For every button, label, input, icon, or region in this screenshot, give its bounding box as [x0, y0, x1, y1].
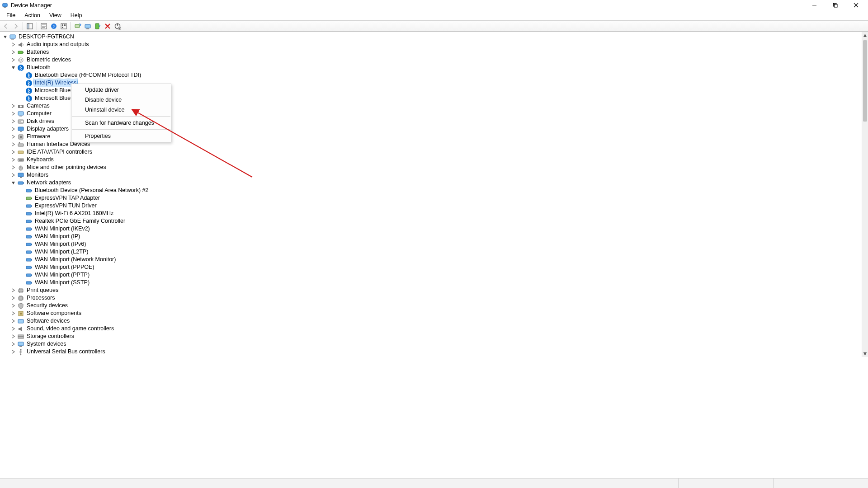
chevron-right-icon[interactable]	[10, 57, 16, 63]
tree-row-network-adapters[interactable]: Network adapters	[0, 179, 862, 187]
tree-row[interactable]: Keyboards	[0, 156, 862, 164]
close-button[interactable]	[845, 0, 866, 10]
tree-row[interactable]: Universal Serial Bus controllers	[0, 348, 862, 356]
svg-rect-77	[19, 291, 22, 293]
chevron-right-icon[interactable]	[10, 310, 16, 317]
chevron-right-icon[interactable]	[10, 318, 16, 324]
ide-icon	[17, 149, 24, 156]
minimize-button[interactable]	[804, 0, 825, 10]
processor-icon	[17, 295, 24, 302]
svg-rect-49	[26, 189, 31, 192]
network-adapter-icon	[25, 272, 33, 279]
chevron-right-icon[interactable]	[10, 157, 16, 163]
scan-hardware-changes-icon[interactable]	[73, 21, 83, 31]
chevron-right-icon[interactable]	[10, 333, 16, 340]
chevron-right-icon[interactable]	[10, 118, 16, 125]
tree-row[interactable]: Audio inputs and outputs	[0, 41, 862, 48]
tree-row[interactable]: Sound, video and game controllers	[0, 325, 862, 333]
chevron-right-icon[interactable]	[10, 134, 16, 140]
tree-row[interactable]: Realtek PCIe GbE Family Controller	[0, 217, 862, 225]
menu-view[interactable]: View	[45, 11, 66, 19]
tree-row[interactable]: IDE ATA/ATAPI controllers	[0, 148, 862, 156]
chevron-down-icon[interactable]	[2, 34, 8, 40]
chevron-right-icon[interactable]	[10, 349, 16, 355]
chevron-right-icon[interactable]	[10, 172, 16, 178]
scrollbar-thumb[interactable]	[863, 40, 867, 122]
chevron-right-icon[interactable]	[10, 303, 16, 309]
tree-row-root[interactable]: DESKTOP-FGTR6CN	[0, 33, 862, 41]
monitor-icon	[17, 172, 24, 179]
svg-rect-81	[18, 319, 24, 323]
chevron-right-icon[interactable]	[10, 295, 16, 301]
tree-row[interactable]: ExpressVPN TUN Driver	[0, 202, 862, 210]
tree-row[interactable]: WAN Miniport (IP)	[0, 233, 862, 240]
svg-rect-84	[18, 342, 24, 346]
context-uninstall-device[interactable]: Uninstall device	[71, 105, 171, 115]
chevron-right-icon[interactable]	[10, 141, 16, 148]
tree-row[interactable]: Bluetooth Device (Personal Area Network)…	[0, 187, 862, 194]
window-title: Device Manager	[11, 2, 52, 9]
tree-row[interactable]: Software components	[0, 310, 862, 317]
tree-row[interactable]: WAN Miniport (IKEv2)	[0, 225, 862, 233]
uninstall-device-icon[interactable]	[103, 21, 113, 31]
forward-button[interactable]	[11, 21, 21, 31]
tree-row[interactable]: Monitors	[0, 171, 862, 179]
chevron-right-icon[interactable]	[10, 341, 16, 347]
menu-file[interactable]: File	[2, 11, 20, 19]
chevron-right-icon[interactable]	[10, 126, 16, 132]
tree-row[interactable]: Batteries	[0, 48, 862, 56]
tree-row[interactable]: WAN Miniport (PPPOE)	[0, 263, 862, 271]
view-devices-icon[interactable]	[59, 21, 69, 31]
menu-help[interactable]: Help	[66, 11, 87, 19]
tree-row[interactable]: Processors	[0, 294, 862, 302]
help-icon[interactable]: ?	[49, 21, 59, 31]
tree-row-bluetooth[interactable]: Bluetooth	[0, 64, 862, 71]
tree-row[interactable]: Print queues	[0, 286, 862, 294]
chevron-right-icon[interactable]	[10, 164, 16, 171]
bluetooth-icon	[25, 95, 33, 102]
tree-row[interactable]: Mice and other pointing devices	[0, 164, 862, 171]
context-disable-device[interactable]: Disable device	[71, 95, 171, 105]
bluetooth-icon	[17, 64, 24, 71]
context-scan-hardware-changes[interactable]: Scan for hardware changes	[71, 118, 171, 128]
tree-row[interactable]: Bluetooth Device (RFCOMM Protocol TDI)	[0, 71, 862, 79]
show-hide-tree-button[interactable]	[25, 21, 35, 31]
tree-view[interactable]: DESKTOP-FGTR6CN Audio inputs and outputs…	[0, 32, 868, 357]
tree-row[interactable]: Storage controllers	[0, 333, 862, 340]
chevron-right-icon[interactable]	[10, 149, 16, 155]
svg-rect-64	[31, 244, 32, 245]
bluetooth-icon	[25, 72, 33, 79]
tree-row[interactable]: WAN Miniport (SSTP)	[0, 279, 862, 286]
scrollbar-up-icon[interactable]: ▲	[862, 32, 868, 38]
chevron-right-icon[interactable]	[10, 326, 16, 332]
properties-icon[interactable]	[39, 21, 49, 31]
update-driver-icon[interactable]	[83, 21, 93, 31]
chevron-down-icon[interactable]	[10, 65, 16, 71]
tree-row[interactable]: WAN Miniport (L2TP)	[0, 248, 862, 256]
tree-row[interactable]: Intel(R) Wi-Fi 6 AX201 160MHz	[0, 210, 862, 217]
disable-device-icon[interactable]	[113, 21, 123, 31]
tree-row[interactable]: ExpressVPN TAP Adapter	[0, 194, 862, 202]
tree-row[interactable]: WAN Miniport (PPTP)	[0, 271, 862, 279]
tree-row[interactable]: WAN Miniport (Network Monitor)	[0, 256, 862, 263]
context-update-driver[interactable]: Update driver	[71, 85, 171, 95]
chevron-right-icon[interactable]	[10, 103, 16, 109]
chevron-right-icon[interactable]	[10, 111, 16, 117]
context-properties[interactable]: Properties	[71, 131, 171, 141]
tree-row[interactable]: Software devices	[0, 317, 862, 325]
back-button[interactable]	[1, 21, 11, 31]
tree-row[interactable]: WAN Miniport (IPv6)	[0, 240, 862, 248]
maximize-button[interactable]	[825, 0, 845, 10]
scrollbar-vertical[interactable]: ▲ ▼	[862, 32, 868, 357]
chevron-right-icon[interactable]	[10, 49, 16, 56]
network-adapter-icon	[17, 179, 24, 187]
menu-action[interactable]: Action	[20, 11, 45, 19]
chevron-down-icon[interactable]	[10, 180, 16, 186]
chevron-right-icon[interactable]	[10, 42, 16, 48]
enable-device-icon[interactable]	[93, 21, 103, 31]
chevron-right-icon[interactable]	[10, 287, 16, 294]
scrollbar-down-icon[interactable]: ▼	[862, 351, 868, 357]
tree-row[interactable]: Biometric devices	[0, 56, 862, 64]
tree-row[interactable]: Security devices	[0, 302, 862, 310]
tree-row[interactable]: System devices	[0, 340, 862, 348]
